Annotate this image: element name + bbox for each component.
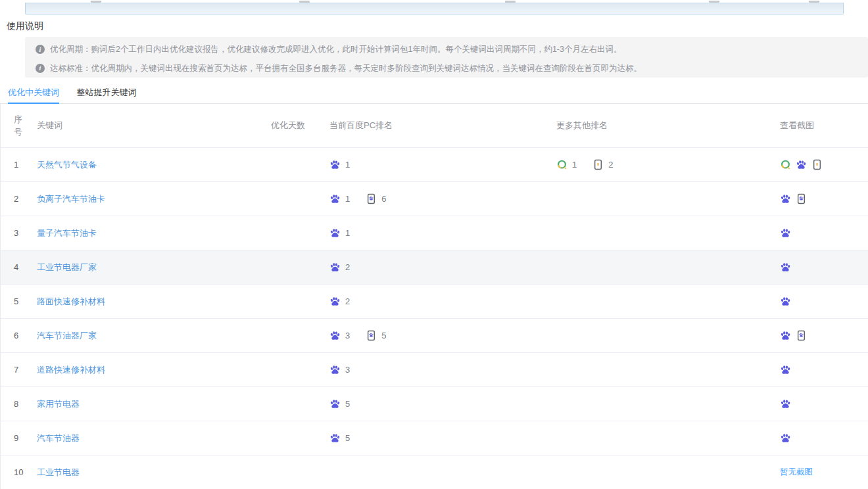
baidu-mobile-rank: 5 bbox=[366, 330, 386, 341]
baidu-mobile-icon bbox=[366, 193, 377, 204]
keyword-link[interactable]: 天然气节气设备 bbox=[37, 160, 97, 170]
baidu-mobile-icon[interactable] bbox=[796, 193, 807, 204]
table-row: 8 家用节电器 5 bbox=[1, 387, 868, 421]
row-pc-ranks: 2 bbox=[306, 296, 533, 307]
keyword-link[interactable]: 路面快速修补材料 bbox=[37, 296, 105, 306]
row-seq: 8 bbox=[1, 399, 37, 409]
baidu-icon[interactable] bbox=[780, 432, 791, 444]
rank-value: 1 bbox=[345, 194, 350, 204]
baidu-rank: 3 bbox=[329, 364, 350, 375]
rank-value: 1 bbox=[345, 228, 350, 238]
baidu-rank: 2 bbox=[329, 262, 350, 273]
baidu-icon bbox=[329, 262, 341, 273]
rank-value: 5 bbox=[345, 399, 350, 409]
rank-value: 3 bbox=[345, 365, 350, 375]
row-screenshots bbox=[757, 296, 868, 307]
header-keyword: 关键词 bbox=[37, 120, 267, 131]
baidu-icon[interactable] bbox=[780, 364, 791, 375]
baidu-icon bbox=[329, 398, 341, 409]
row-screenshots bbox=[757, 398, 868, 409]
baidu-rank: 1 bbox=[329, 227, 350, 239]
header-seq: 序号 bbox=[1, 113, 37, 139]
row-pc-ranks: 16 bbox=[306, 193, 533, 204]
row-screenshots bbox=[757, 159, 868, 170]
usage-notice-box: i 优化周期：购词后2个工作日内出优化建议报告，优化建议修改完成即进入优化，此时… bbox=[25, 37, 868, 78]
row-screenshots bbox=[757, 364, 868, 375]
baidu-icon bbox=[329, 296, 341, 307]
keyword-link[interactable]: 汽车节油器 bbox=[37, 433, 80, 443]
row-seq: 4 bbox=[1, 262, 37, 272]
table-header-row: 序号 关键词 优化天数 当前百度PC排名 更多其他排名 查看截图 bbox=[1, 104, 868, 148]
row-seq: 2 bbox=[1, 194, 37, 204]
row-seq: 10 bbox=[1, 467, 37, 477]
notice-text: 优化周期：购词后2个工作日内出优化建议报告，优化建议修改完成即进入优化，此时开始… bbox=[50, 43, 621, 56]
keyword-link[interactable]: 工业节电器厂家 bbox=[37, 262, 97, 272]
baidu-icon[interactable] bbox=[780, 330, 791, 341]
so360-icon bbox=[556, 159, 567, 170]
keyword-link[interactable]: 汽车节油器厂家 bbox=[37, 331, 97, 340]
keyword-link[interactable]: 工业节电器 bbox=[37, 467, 80, 477]
row-screenshots bbox=[757, 432, 868, 444]
table-row: 6 汽车节油器厂家 35 bbox=[1, 319, 868, 353]
baidu-icon bbox=[329, 159, 341, 170]
baidu-mobile-icon[interactable] bbox=[796, 330, 807, 341]
keyword-link[interactable]: 道路快速修补材料 bbox=[37, 365, 105, 375]
row-seq: 1 bbox=[1, 160, 37, 170]
row-pc-ranks: 3 bbox=[306, 364, 533, 375]
table-row: 2 负离子汽车节油卡 16 bbox=[1, 182, 868, 216]
table-row: 7 道路快速修补材料 3 bbox=[1, 353, 868, 387]
tab-optimizing-keywords[interactable]: 优化中关键词 bbox=[8, 85, 59, 104]
baidu-icon[interactable] bbox=[796, 159, 807, 170]
rank-value: 2 bbox=[608, 160, 613, 170]
header-pc-rank: 当前百度PC排名 bbox=[306, 120, 533, 131]
row-seq: 9 bbox=[1, 433, 37, 443]
baidu-icon bbox=[329, 330, 341, 341]
notice-line: i 优化周期：购词后2个工作日内出优化建议报告，优化建议修改完成即进入优化，此时… bbox=[36, 43, 857, 56]
table-row: 9 汽车节油器 5 bbox=[1, 421, 868, 455]
baidu-icon[interactable] bbox=[780, 296, 791, 307]
baidu-icon bbox=[329, 364, 341, 375]
notice-text: 达标标准：优化周期内，关键词出现在搜索首页为达标，平台拥有全国多台服务器，每天定… bbox=[50, 62, 642, 75]
keyword-link[interactable]: 负离子汽车节油卡 bbox=[37, 194, 105, 204]
keyword-table: 序号 关键词 优化天数 当前百度PC排名 更多其他排名 查看截图 1 天然气节气… bbox=[0, 104, 868, 489]
rank-value: 1 bbox=[345, 160, 350, 170]
table-body: 1 天然气节气设备 1 12 2 负离子汽车节油卡 16 3 量子汽车节油卡 1… bbox=[1, 148, 868, 489]
row-seq: 7 bbox=[1, 365, 37, 375]
row-pc-ranks: 1 bbox=[306, 227, 533, 239]
shenma-mobile-icon[interactable] bbox=[811, 159, 823, 170]
baidu-rank: 3 bbox=[329, 330, 350, 341]
header-screenshot: 查看截图 bbox=[757, 120, 868, 131]
so360-icon[interactable] bbox=[780, 159, 791, 170]
table-row: 1 天然气节气设备 1 12 bbox=[1, 148, 868, 182]
no-screenshot-link[interactable]: 暂无截图 bbox=[780, 467, 813, 478]
row-screenshots bbox=[757, 262, 868, 273]
row-seq: 3 bbox=[1, 228, 37, 238]
usage-title: 使用说明 bbox=[7, 20, 43, 32]
baidu-rank: 1 bbox=[329, 159, 350, 170]
info-icon: i bbox=[36, 45, 45, 54]
baidu-icon[interactable] bbox=[780, 398, 791, 409]
baidu-rank: 2 bbox=[329, 296, 350, 307]
tab-sitewide-keywords[interactable]: 整站提升关键词 bbox=[76, 85, 136, 104]
table-row: 5 路面快速修补材料 2 bbox=[1, 285, 868, 319]
keyword-link[interactable]: 量子汽车节油卡 bbox=[37, 228, 97, 238]
keyword-link[interactable]: 家用节电器 bbox=[37, 399, 80, 409]
row-pc-ranks: 5 bbox=[306, 398, 533, 409]
baidu-icon[interactable] bbox=[780, 193, 791, 204]
rank-value: 2 bbox=[345, 262, 350, 272]
rank-value: 3 bbox=[345, 331, 350, 340]
baidu-icon[interactable] bbox=[780, 262, 791, 273]
row-screenshots bbox=[757, 193, 868, 204]
row-screenshots bbox=[757, 330, 868, 341]
row-seq: 5 bbox=[1, 296, 37, 306]
table-row: 3 量子汽车节油卡 1 bbox=[1, 216, 868, 250]
row-pc-ranks: 1 bbox=[306, 159, 533, 170]
info-icon: i bbox=[36, 64, 45, 73]
baidu-mobile-rank: 6 bbox=[366, 193, 386, 204]
header-other-rank: 更多其他排名 bbox=[533, 120, 757, 131]
rank-value: 2 bbox=[345, 296, 350, 306]
row-screenshots: 暂无截图 bbox=[757, 467, 868, 478]
shenma-mobile-icon bbox=[592, 159, 604, 170]
header-days: 优化天数 bbox=[267, 120, 306, 131]
baidu-icon[interactable] bbox=[780, 227, 791, 239]
